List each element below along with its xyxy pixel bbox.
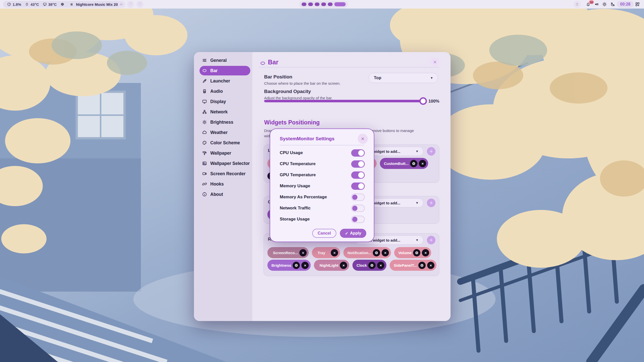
sidebar-item-label: Wallpaper xyxy=(210,151,231,156)
widget-chip-clock[interactable]: Clock⚙× xyxy=(352,260,386,271)
widget-remove-button[interactable]: × xyxy=(340,262,347,269)
workspace-dot[interactable] xyxy=(308,3,313,6)
widget-remove-button[interactable]: × xyxy=(427,262,434,269)
toggle-switch[interactable] xyxy=(351,216,365,223)
night-light-button[interactable] xyxy=(610,2,615,7)
sidebar-item-about[interactable]: About xyxy=(199,190,250,199)
page-title: Bar xyxy=(268,59,278,66)
sidebar-item-label: Screen Recorder xyxy=(210,171,246,176)
clock[interactable]: 00:28 xyxy=(617,1,634,8)
quick-button-heart[interactable]: ♡ xyxy=(136,1,143,8)
widget-settings-button[interactable]: ⚙ xyxy=(368,262,376,269)
toggle-switch[interactable] xyxy=(351,194,365,201)
widget-settings-button[interactable]: ⚙ xyxy=(373,249,380,256)
apply-button[interactable]: ✓ Apply xyxy=(340,229,366,238)
widget-remove-button[interactable]: × xyxy=(331,249,338,256)
sidebar-item-general[interactable]: General xyxy=(199,56,250,65)
widget-chip-custombutt[interactable]: CustomButt...⚙× xyxy=(380,158,428,169)
widget-chip-label: SidePanelT... xyxy=(394,263,417,267)
sidebar-item-display[interactable]: Display xyxy=(199,97,250,106)
sidebar-item-network[interactable]: Network xyxy=(199,107,250,117)
modal-close-button[interactable] xyxy=(358,134,368,144)
heart-icon: ♡ xyxy=(138,2,142,6)
widget-chip-tray[interactable]: Tray× xyxy=(312,247,340,258)
bar-pill-icon xyxy=(202,68,207,73)
widget-settings-button[interactable]: ⚙ xyxy=(413,249,420,256)
toggle-switch[interactable] xyxy=(351,183,365,190)
widget-chip-sidepanelt[interactable]: SidePanelT...⚙× xyxy=(390,260,436,271)
sidebar-item-screen-recorder[interactable]: Screen Recorder xyxy=(199,169,250,178)
sidebar-item-weather[interactable]: Weather xyxy=(199,128,250,137)
workspace-dot[interactable] xyxy=(302,3,306,6)
sidebar-item-audio[interactable]: Audio xyxy=(199,86,250,96)
grid-plus-icon xyxy=(635,2,640,7)
add-widget-button[interactable]: + xyxy=(427,147,435,156)
toggle-switch[interactable] xyxy=(351,205,365,212)
toggle-switch[interactable] xyxy=(351,149,365,157)
widget-settings-button[interactable]: ⚙ xyxy=(410,160,417,167)
widget-chip-label: ScreenReco... xyxy=(273,251,298,255)
modal-footer: Cancel ✓ Apply xyxy=(312,229,366,238)
opacity-slider-handle[interactable] xyxy=(419,97,427,105)
sidebar-item-bar[interactable]: Bar xyxy=(199,66,250,75)
sun-icon xyxy=(202,120,207,125)
monitor-icon xyxy=(43,2,47,6)
widget-chip-screenreco[interactable]: ScreenReco...× xyxy=(267,247,309,258)
close-icon xyxy=(433,60,437,64)
widget-remove-button[interactable]: × xyxy=(422,249,429,256)
workspace-dot[interactable] xyxy=(315,3,319,6)
chevron-down-icon: ▼ xyxy=(430,76,433,80)
sidebar-item-launcher[interactable]: Launcher xyxy=(199,76,250,86)
widget-remove-button[interactable]: × xyxy=(299,249,307,256)
brightness-button[interactable] xyxy=(602,2,607,7)
window-close-button[interactable] xyxy=(430,58,439,67)
sidebar-item-wallpaper[interactable]: Wallpaper xyxy=(199,148,250,158)
widget-remove-button[interactable]: × xyxy=(301,262,309,269)
bar-pill-icon xyxy=(260,60,266,66)
flame-icon xyxy=(25,2,29,6)
media-player-pill[interactable]: Nightcore Music Mix 20... xyxy=(65,1,125,8)
video-camera-icon xyxy=(202,171,207,176)
toggle-switch[interactable] xyxy=(351,160,365,168)
volume-button[interactable] xyxy=(594,2,599,7)
workspace-dot-active[interactable] xyxy=(334,2,346,6)
top-bar: 1.8%43°C38°C9.7G Nightcore Music Mix 20.… xyxy=(0,0,644,9)
toggle-switch[interactable] xyxy=(351,171,365,179)
workspace-indicator[interactable] xyxy=(299,1,348,8)
paint-roller-icon xyxy=(202,151,207,156)
toggle-knob xyxy=(352,195,357,200)
toggle-row-gpu-temperature: GPU Temperature xyxy=(280,170,365,180)
toggle-knob xyxy=(358,150,364,156)
sidebar-item-brightness[interactable]: Brightness xyxy=(199,117,250,127)
widget-settings-button[interactable]: ⚙ xyxy=(418,262,426,269)
widget-remove-button[interactable]: × xyxy=(419,160,426,167)
quick-button-heart[interactable]: ♡ xyxy=(127,1,134,8)
widget-chip-volume[interactable]: Volume⚙× xyxy=(394,247,431,258)
widget-remove-button[interactable]: × xyxy=(377,262,384,269)
quick-button-skull[interactable]: ☠ xyxy=(118,1,125,8)
toggle-row-network-traffic: Network Traffic xyxy=(280,203,365,213)
widget-settings-button[interactable]: ⚙ xyxy=(293,262,300,269)
heart-icon: ♡ xyxy=(129,2,132,6)
add-widget-button[interactable]: + xyxy=(427,236,435,244)
widget-chip-brightness[interactable]: Brightness⚙× xyxy=(267,260,311,271)
bar-position-select[interactable]: Top ▼ xyxy=(369,73,438,83)
dashboard-button[interactable] xyxy=(635,2,640,7)
sidebar-item-hooks[interactable]: Hooks xyxy=(199,179,250,189)
cancel-button[interactable]: Cancel xyxy=(312,229,336,238)
workspace-dot[interactable] xyxy=(328,3,333,6)
sun-icon xyxy=(602,2,607,7)
widget-remove-button[interactable]: × xyxy=(382,249,389,256)
tray-app-icon xyxy=(575,2,579,7)
tray-app-button[interactable] xyxy=(574,1,581,8)
sidebar-item-wallpaper-selector[interactable]: Wallpaper Selector xyxy=(199,159,250,168)
add-widget-button[interactable]: + xyxy=(427,199,435,207)
sidebar-item-color-scheme[interactable]: Color Scheme xyxy=(199,138,250,148)
modal-title: SystemMonitor Settings xyxy=(280,136,334,142)
opacity-slider[interactable] xyxy=(264,100,424,102)
widget-chip-notification[interactable]: Notification...⚙× xyxy=(343,247,391,258)
widget-chip-nightlight[interactable]: NightLight× xyxy=(314,260,349,271)
check-icon: ✓ xyxy=(345,231,348,236)
workspace-dot[interactable] xyxy=(321,3,326,6)
widget-chip-row: ScreenReco...×Tray×Notification...⚙×Volu… xyxy=(267,247,431,258)
